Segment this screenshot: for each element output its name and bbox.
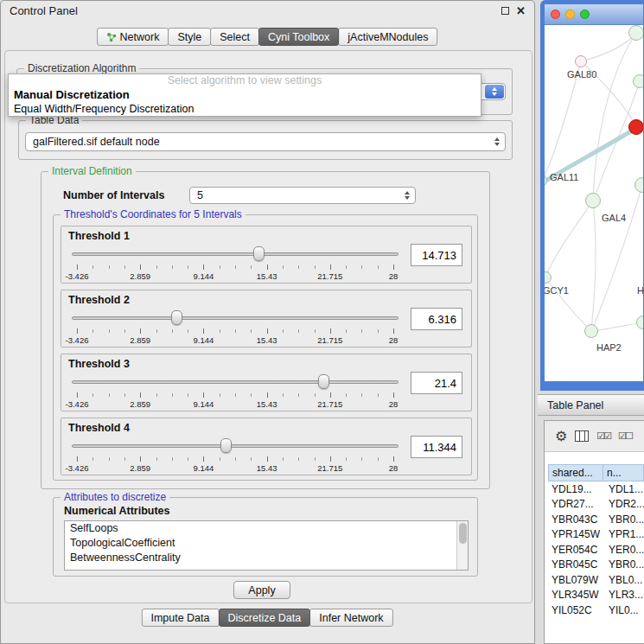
- table-row[interactable]: YER054CYER0...: [545, 542, 644, 558]
- gear-icon[interactable]: ⚙: [555, 430, 567, 443]
- tab-discretize-data[interactable]: Discretize Data: [219, 609, 311, 627]
- table-row[interactable]: YBL079WYBL0...: [545, 572, 644, 588]
- tick-mark: [140, 392, 141, 398]
- tab-infer-network[interactable]: Infer Network: [309, 609, 392, 627]
- table-cell: YLR3...: [603, 589, 644, 601]
- tick-mark: [330, 456, 331, 462]
- columns-icon[interactable]: [575, 430, 589, 442]
- table-row[interactable]: YPR145WYPR1...: [545, 527, 644, 543]
- threshold-slider[interactable]: -3.4262.8599.14415.4321.71528: [72, 373, 399, 410]
- tick-mark: [140, 456, 141, 462]
- tick-label: 9.144: [194, 399, 214, 409]
- slider-track[interactable]: [72, 252, 399, 256]
- table-data-combo[interactable]: galFiltered.sif default node: [25, 132, 506, 151]
- slider-track[interactable]: [72, 316, 399, 320]
- close-icon[interactable]: ✕: [516, 4, 526, 17]
- slider-tick-labels: -3.4262.8599.14415.4321.71528: [77, 399, 393, 409]
- numerical-attributes-list[interactable]: SelfLoopsTopologicalCoefficientBetweenne…: [64, 520, 469, 571]
- threshold-value-field[interactable]: 14.713: [411, 244, 462, 266]
- attribute-list-item[interactable]: TopologicalCoefficient: [65, 536, 468, 551]
- combo-stepper-icon[interactable]: [485, 85, 504, 99]
- dropdown-option-manual-discretization[interactable]: Manual Discretization: [9, 88, 481, 102]
- table-row[interactable]: YBR043CYBR0...: [545, 512, 644, 527]
- slider-thumb[interactable]: [318, 374, 329, 389]
- tick-label: 15.43: [257, 271, 277, 281]
- tick-label: 28: [389, 463, 399, 473]
- number-of-intervals-combo[interactable]: 5: [189, 187, 416, 204]
- dropdown-option-equal-width[interactable]: Equal Width/Frequency Discretization: [9, 102, 481, 116]
- float-window-icon[interactable]: [501, 7, 509, 15]
- attribute-list-item[interactable]: BetweennessCentrality: [65, 551, 468, 565]
- zoom-traffic-icon[interactable]: [580, 10, 590, 19]
- tick-label: -3.426: [66, 399, 89, 409]
- minimize-traffic-icon[interactable]: [565, 10, 575, 19]
- tick-label: 21.715: [317, 463, 342, 473]
- tab-label: Select: [220, 31, 250, 43]
- network-canvas[interactable]: GAL80GAL11GAL4GCY1HHAP2: [545, 25, 643, 381]
- threshold-slider[interactable]: -3.4262.8599.14415.4321.71528: [72, 245, 399, 282]
- tick-mark: [330, 328, 331, 334]
- slider-major-ticks: [77, 392, 393, 398]
- scrollbar[interactable]: [456, 521, 468, 570]
- threshold-value-field[interactable]: 11.344: [411, 436, 462, 458]
- attributes-group-label: Attributes to discretize: [61, 491, 169, 503]
- interval-definition-group-label: Interval Definition: [48, 165, 136, 177]
- column-header-shared-name[interactable]: shared...: [548, 464, 603, 481]
- tick-mark: [203, 392, 204, 398]
- table-row[interactable]: YIL052CYIL0...: [545, 603, 644, 618]
- tab-select[interactable]: Select: [210, 28, 259, 46]
- table-panel-titlebar: Table Panel: [538, 394, 644, 416]
- table-cell: YBL0...: [603, 574, 644, 586]
- table-row[interactable]: YDL19...YDL1...: [545, 481, 644, 497]
- tick-label: 2.859: [130, 399, 150, 409]
- tab-style[interactable]: Style: [168, 28, 211, 46]
- toggle-columns-icon[interactable]: ☑☐: [618, 430, 632, 442]
- thresholds-group: Threshold's Coordinates for 5 Intervals …: [53, 214, 478, 481]
- threshold-panel: Threshold 1 -3.4262.8599.14415.4321.7152…: [61, 226, 472, 284]
- dropdown-hint-option[interactable]: Select algorithm to view settings: [9, 74, 481, 88]
- slider-thumb[interactable]: [253, 246, 265, 261]
- table-cell: YIL0...: [603, 604, 644, 616]
- network-window-titlebar[interactable]: [545, 4, 643, 25]
- slider-tick-labels: -3.4262.8599.14415.4321.71528: [77, 335, 393, 345]
- thresholds-group-label: Threshold's Coordinates for 5 Intervals: [61, 208, 245, 220]
- tick-mark: [267, 456, 268, 462]
- attribute-list-item[interactable]: SelfLoops: [65, 521, 468, 536]
- table-row[interactable]: YLR345WYLR3...: [545, 588, 644, 603]
- tick-mark: [77, 456, 78, 462]
- scrollbar-thumb[interactable]: [459, 523, 467, 544]
- apply-button[interactable]: Apply: [233, 581, 290, 599]
- column-header-name[interactable]: n...: [603, 464, 644, 481]
- table-row[interactable]: YDR27...YDR2...: [545, 497, 644, 513]
- tick-mark: [393, 392, 394, 398]
- table-cell: YBR0...: [603, 513, 644, 526]
- threshold-value-field[interactable]: 21.4: [411, 372, 462, 394]
- network-node[interactable]: [633, 74, 643, 88]
- table-cell: YPR1...: [603, 528, 644, 540]
- tab-network[interactable]: Network: [97, 28, 169, 46]
- network-node[interactable]: [628, 25, 643, 41]
- network-node[interactable]: [584, 324, 598, 338]
- network-node[interactable]: [628, 119, 643, 135]
- tab-cyni-toolbox[interactable]: Cyni Toolbox: [258, 28, 339, 46]
- network-node[interactable]: [585, 193, 601, 208]
- slider-thumb[interactable]: [220, 438, 232, 453]
- slider-track[interactable]: [72, 380, 399, 384]
- close-traffic-icon[interactable]: [551, 10, 560, 19]
- slider-thumb[interactable]: [171, 310, 182, 325]
- threshold-slider[interactable]: -3.4262.8599.14415.4321.71528: [72, 437, 399, 474]
- tick-mark: [203, 328, 204, 334]
- threshold-value-field[interactable]: 6.316: [411, 308, 462, 330]
- tick-label: 9.144: [194, 271, 214, 281]
- threshold-slider[interactable]: -3.4262.8599.14415.4321.71528: [72, 309, 399, 346]
- number-of-intervals-value: 5: [197, 189, 203, 201]
- network-node-label: GAL11: [550, 172, 578, 182]
- select-all-columns-icon[interactable]: ☑☑: [596, 430, 610, 442]
- tick-label: 2.859: [130, 271, 150, 281]
- slider-track[interactable]: [72, 444, 399, 448]
- table-row[interactable]: YBR045CYBR0...: [545, 558, 644, 573]
- network-node[interactable]: [575, 55, 587, 67]
- tab-jactivemnodules[interactable]: jActiveMNodules: [338, 28, 437, 46]
- tick-label: 2.859: [130, 335, 150, 345]
- tab-impute-data[interactable]: Impute Data: [141, 609, 219, 627]
